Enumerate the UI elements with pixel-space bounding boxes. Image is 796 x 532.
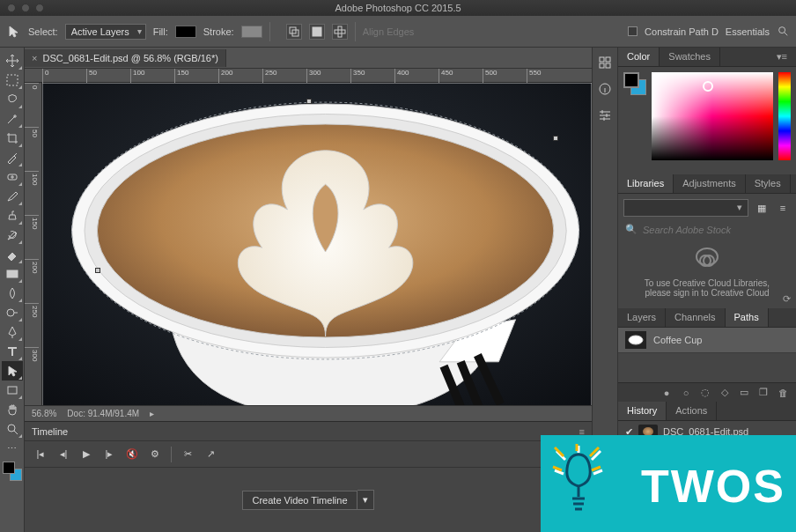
color-panel [618,67,796,174]
dodge-tool[interactable] [2,303,23,322]
healing-brush-tool[interactable] [2,167,23,187]
tab-actions[interactable]: Actions [667,402,717,420]
info-panel-icon[interactable] [595,79,615,99]
eyedropper-tool[interactable] [2,148,23,167]
marquee-tool[interactable] [2,70,23,90]
path-operations-icon[interactable] [286,24,302,40]
timeline-tab[interactable]: Timeline [32,426,68,437]
close-window-button[interactable] [7,4,16,12]
fill-path-icon[interactable]: ● [660,387,673,399]
library-grid-view-icon[interactable]: ▦ [754,200,770,216]
library-list-view-icon[interactable]: ≡ [775,200,791,216]
move-tool[interactable] [2,51,23,70]
tab-adjustments[interactable]: Adjustments [674,174,746,193]
doc-info[interactable]: Doc: 91.4M/91.4M [67,409,139,418]
tab-color[interactable]: Color [618,48,660,66]
lasso-tool[interactable] [2,90,23,109]
tab-history[interactable]: History [618,402,667,420]
pen-tool[interactable] [2,322,23,342]
stroke-swatch[interactable] [241,26,262,38]
play-icon[interactable]: ▶ [79,447,93,462]
collapsed-panel-a-icon[interactable] [595,53,615,72]
libraries-signin-message: To use Creative Cloud Libraries, please … [623,273,791,303]
path-item[interactable]: Coffee Cup [618,328,796,353]
clone-stamp-tool[interactable] [2,206,23,225]
mute-icon[interactable]: 🔇 [125,447,139,462]
brush-tool[interactable] [2,187,23,206]
library-select-dropdown[interactable] [623,199,748,217]
create-timeline-dropdown[interactable]: ▾ [357,490,374,510]
library-search[interactable]: 🔍 Search Adobe Stock [623,222,791,237]
go-to-first-frame-icon[interactable]: |◂ [33,447,48,462]
zoom-level[interactable]: 56.8% [32,409,56,418]
foreground-background-colors[interactable] [3,462,22,481]
timeline-controls: |◂ ◂| ▶ |▸ 🔇 ⚙ ✂ ↗ [25,441,592,468]
search-icon[interactable] [777,25,789,39]
fg-color-icon[interactable] [623,72,639,88]
add-mask-icon[interactable]: ▭ [738,387,750,399]
close-document-icon[interactable]: × [32,53,37,63]
fill-swatch[interactable] [175,26,196,38]
path-selection-tool[interactable] [2,361,23,381]
libraries-panel: ▦ ≡ 🔍 Search Adobe Stock To use Creative… [618,194,796,308]
create-video-timeline-button[interactable]: Create Video Timeline [242,491,357,510]
ruler-horizontal[interactable]: 050100150200250300350400450500550 [25,69,592,83]
select-mode-dropdown[interactable]: Active Layers [65,24,146,40]
transform-handle[interactable] [95,268,100,273]
svg-rect-18 [606,57,610,62]
canvas[interactable] [42,83,592,405]
color-panel-fgbg[interactable] [623,72,646,95]
document-tab-bar: × DSC_0681-Edit.psd @ 56.8% (RGB/16*) [25,48,592,69]
ruler-vertical[interactable]: 050100150200250300 [25,83,42,405]
history-brush-tool[interactable] [2,225,23,245]
blur-tool[interactable] [2,284,23,303]
type-tool[interactable] [2,342,23,361]
sync-icon[interactable]: ⟳ [783,293,791,305]
status-arrow-icon[interactable]: ▸ [150,409,154,418]
svg-rect-8 [7,270,18,277]
delete-path-icon[interactable]: 🗑 [777,387,789,399]
zoom-window-button[interactable] [35,4,44,12]
foreground-color-swatch[interactable] [3,462,15,474]
next-frame-icon[interactable]: |▸ [102,447,116,462]
magic-wand-tool[interactable] [2,109,23,129]
hue-slider[interactable] [778,72,791,160]
crop-tool[interactable] [2,129,23,148]
timeline-settings-icon[interactable]: ⚙ [148,447,162,462]
titlebar: Adobe Photoshop CC 2015.5 [0,0,796,16]
path-arrangement-icon[interactable] [332,24,348,40]
load-selection-icon[interactable]: ◌ [699,387,711,399]
workspace-switcher[interactable]: Essentials [726,26,770,37]
split-icon[interactable]: ✂ [181,447,195,462]
tab-channels[interactable]: Channels [666,308,725,327]
tab-paths[interactable]: Paths [726,308,769,327]
make-work-path-icon[interactable]: ◇ [719,387,731,399]
zoom-tool[interactable] [2,419,23,439]
rectangle-tool[interactable] [2,381,23,400]
path-alignment-icon[interactable] [309,24,325,40]
transform-handle[interactable] [306,99,312,104]
transform-handle[interactable] [553,136,558,141]
edit-toolbar-button[interactable]: ⋯ [2,439,23,458]
color-spectrum[interactable] [652,72,773,160]
minimize-window-button[interactable] [21,4,30,12]
constrain-checkbox[interactable] [628,26,638,36]
gradient-tool[interactable] [2,264,23,284]
eraser-tool[interactable] [2,245,23,264]
timeline-panel: Timeline ≡ |◂ ◂| ▶ |▸ 🔇 ⚙ ✂ ↗ Create Vid… [25,421,592,532]
prev-frame-icon[interactable]: ◂| [56,447,70,462]
document-area: × DSC_0681-Edit.psd @ 56.8% (RGB/16*) 05… [25,48,592,532]
tab-layers[interactable]: Layers [618,308,666,327]
svg-rect-19 [600,63,604,68]
watermark-text: TWOS [641,460,785,513]
tab-libraries[interactable]: Libraries [618,174,674,193]
document-tab[interactable]: × DSC_0681-Edit.psd @ 56.8% (RGB/16*) [25,49,226,67]
tab-swatches[interactable]: Swatches [660,48,720,66]
tab-styles[interactable]: Styles [746,174,791,193]
stroke-path-icon[interactable]: ○ [680,387,692,399]
transition-icon[interactable]: ↗ [203,447,217,462]
color-panel-menu-icon[interactable]: ▾≡ [768,48,796,66]
properties-panel-icon[interactable] [595,106,615,125]
new-path-icon[interactable]: ❐ [757,387,770,399]
hand-tool[interactable] [2,400,23,419]
